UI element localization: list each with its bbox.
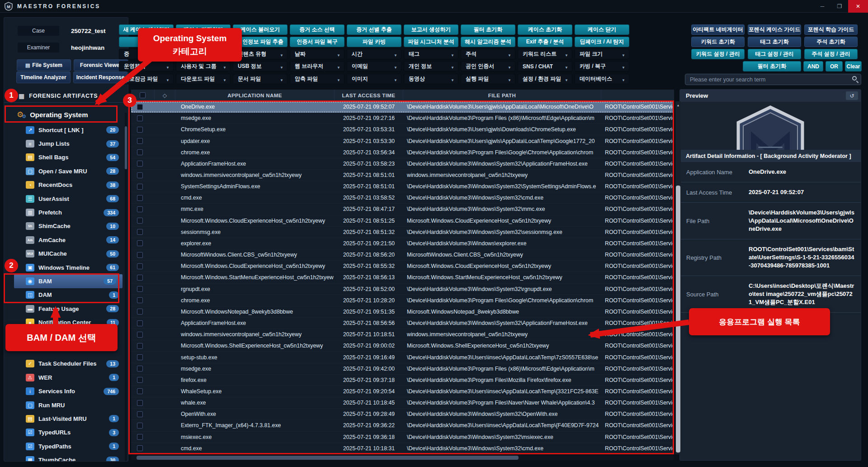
table-row[interactable]: OneDrive.exe 2025-07-21 09:52:07 \Device…	[131, 101, 674, 113]
guide-button[interactable]: 포렌식 케이스 가이드	[748, 24, 801, 35]
table-row[interactable]: msedge.exe 2025-07-21 09:27:16 \Device\H…	[131, 113, 674, 124]
sidebar-artifact-item[interactable]: Am AmCache 14	[4, 233, 125, 247]
table-row[interactable]: Microsoft.Windows.CloudExperienceHost_cw…	[131, 215, 674, 227]
table-row[interactable]: windows.immersivecontrolpanel_cw5n1h2txy…	[131, 170, 674, 181]
table-row[interactable]: chrome.exe 2025-07-21 10:28:20 \Device\H…	[131, 295, 674, 306]
filter-dropdown[interactable]: 사용자 및 그룹	[176, 61, 231, 71]
filter-dropdown[interactable]: 실행 파일	[461, 74, 515, 84]
filter-dropdown[interactable]: 공인 인증서	[461, 61, 515, 71]
sidebar-artifact-item[interactable]: ◫ DAM 1	[4, 288, 125, 302]
case-action-button[interactable]: 케이스 저장하기	[176, 24, 231, 35]
table-row[interactable]: chrome.exe 2025-07-21 03:56:34 \Device\H…	[131, 147, 674, 158]
table-row[interactable]: updater.exe 2025-07-21 03:53:30 \Device\…	[131, 135, 674, 147]
sidebar-artifact-item[interactable]: ☑ TypedURLs 3	[4, 426, 125, 439]
and-button[interactable]: AND	[803, 61, 823, 71]
table-row[interactable]: cmd.exe 2025-07-21 03:58:52 \Device\Hard…	[131, 192, 674, 204]
manage-button[interactable]: 태그 설정 / 관리	[748, 49, 801, 59]
row-checkbox[interactable]	[137, 206, 143, 212]
table-row[interactable]: mmc.exe 2025-07-21 08:47:17 \Device\Hard…	[131, 204, 674, 215]
table-row[interactable]: windows.immersivecontrolpanel_cw5n1h2txy…	[131, 329, 674, 340]
sidebar-artifact-item[interactable]: ● Notification Center 11	[4, 315, 125, 329]
table-row[interactable]: cmd.exe 2025-07-21 10:18:31 \Device\Hard…	[131, 443, 674, 454]
row-checkbox[interactable]	[137, 229, 143, 235]
table-row[interactable]: ApplicationFrameHost.exe 2025-07-21 08:5…	[131, 318, 674, 329]
row-checkbox[interactable]	[137, 332, 143, 338]
filter-dropdown[interactable]: USB 정보	[233, 61, 288, 71]
sidebar-artifact-item[interactable]: ▣ Windows Timeline 61	[4, 261, 125, 274]
manage-button[interactable]: 주석 설정 / 관리	[804, 49, 858, 59]
module-nav-button[interactable]: ▤File System	[17, 59, 71, 71]
filter-dropdown[interactable]	[176, 49, 231, 59]
sidebar-artifact-item[interactable]: ▦ ThumbCache 30	[4, 453, 125, 462]
case-action-button[interactable]: 케이스 초기화	[518, 24, 572, 35]
row-checkbox[interactable]	[137, 286, 143, 292]
row-checkbox[interactable]	[137, 388, 143, 394]
analysis-action-button[interactable]: 파일 시그니처 분석	[404, 37, 458, 47]
analysis-action-button[interactable]: 해시 알고리즘 분석	[461, 37, 515, 47]
analysis-action-button[interactable]: 암	[119, 37, 174, 47]
row-checkbox[interactable]	[137, 115, 143, 121]
row-checkbox[interactable]	[137, 184, 143, 190]
sidebar-artifact-item[interactable]: ☰ UserAssist 68	[4, 192, 125, 205]
filter-dropdown[interactable]: 데이터베이스	[575, 74, 629, 84]
row-checkbox[interactable]	[137, 445, 143, 451]
table-row[interactable]: msiexec.exe 2025-07-21 09:36:18 \Device\…	[131, 432, 674, 443]
sidebar-artifact-item[interactable]: MUI MUICache 50	[4, 247, 125, 261]
filter-dropdown[interactable]: 개인 정보	[404, 61, 458, 71]
filter-dropdown[interactable]: 중	[119, 49, 174, 59]
sidebar-artifact-item[interactable]: ▢ Run MRU	[4, 398, 125, 412]
row-checkbox[interactable]	[137, 377, 143, 383]
row-checkbox[interactable]	[137, 343, 143, 349]
row-checkbox[interactable]	[137, 172, 143, 178]
filter-dropdown[interactable]: 파일 크기	[575, 49, 629, 59]
analysis-action-button[interactable]: 인증서 파일 복구	[290, 37, 344, 47]
analysis-action-button[interactable]: 개인정보 파일 추출	[233, 37, 288, 47]
timeline-analyzer-button[interactable]: Timeline Analyzer	[16, 71, 71, 83]
filter-dropdown[interactable]: 컨텐츠 유형	[233, 49, 288, 59]
row-checkbox[interactable]	[137, 423, 143, 429]
case-action-button[interactable]: 새 케이스 생성하기	[119, 24, 174, 35]
table-row[interactable]: Microsoft.Windows.CloudExperienceHost_cw…	[131, 261, 674, 272]
row-checkbox[interactable]	[137, 309, 143, 315]
reset-button[interactable]: 태그 초기화	[748, 37, 801, 47]
reset-button[interactable]: 키워드 초기화	[691, 37, 745, 47]
header-registry-path[interactable]	[601, 90, 674, 101]
table-row[interactable]: msedge.exe 2025-07-21 09:42:00 \Device\H…	[131, 363, 674, 375]
sidebar-artifact-item[interactable]: Sh ShimCache 10	[4, 219, 125, 233]
row-checkbox[interactable]	[137, 252, 143, 258]
table-row[interactable]: Microsoft.WindowsNotepad_8wekyb3d8bbwe 2…	[131, 306, 674, 318]
sidebar-artifact-item[interactable]: ▬ Feature Usage 28	[4, 302, 125, 315]
row-checkbox[interactable]	[137, 434, 143, 440]
table-row[interactable]: firefox.exe 2025-07-21 09:37:18 \Device\…	[131, 375, 674, 386]
sidebar-artifact-item[interactable]: ▢ Open / Save MRU 28	[4, 164, 125, 178]
analysis-action-button[interactable]	[176, 37, 231, 47]
reset-button[interactable]: 주석 초기화	[804, 37, 858, 47]
sidebar-scrollbar[interactable]	[125, 113, 127, 462]
row-checkbox[interactable]	[137, 400, 143, 406]
filter-dropdown[interactable]: 태그	[404, 49, 458, 59]
select-all-checkbox[interactable]	[140, 92, 146, 98]
filter-dropdown[interactable]: SNS / CHAT	[518, 61, 572, 71]
or-button[interactable]: OR	[826, 61, 843, 71]
table-row[interactable]: ApplicationFrameHost.exe 2025-07-21 03:5…	[131, 158, 674, 170]
search-input[interactable]	[685, 74, 861, 85]
case-action-button[interactable]: 증거 선별 추출	[347, 24, 401, 35]
table-row[interactable]: SystemSettingsAdminFlows.exe 2025-07-21 …	[131, 181, 674, 192]
row-checkbox[interactable]	[137, 161, 143, 167]
filter-dropdown[interactable]: 시간	[347, 49, 401, 59]
filter-dropdown[interactable]: 이미지	[347, 74, 401, 84]
table-vertical-scroll-thumb[interactable]	[676, 186, 680, 453]
sidebar-artifact-item[interactable]: ▤ Shell Bags 54	[4, 151, 125, 164]
table-horizontal-scroll-thumb[interactable]	[137, 456, 519, 460]
header-last-access-time[interactable]: LAST ACCESS TIME	[335, 90, 403, 101]
table-row[interactable]: WhaleSetup.exe 2025-07-21 09:20:54 \Devi…	[131, 386, 674, 397]
filter-dropdown[interactable]: 웹 브라우저	[290, 61, 344, 71]
filter-dropdown[interactable]: 주석	[461, 49, 515, 59]
sidebar-artifact-item[interactable]: ✓ Task Scheduler Files 13	[4, 357, 125, 371]
row-checkbox[interactable]	[137, 320, 143, 326]
close-button[interactable]: ✕	[848, 0, 868, 13]
sidebar-artifact-item[interactable]: ⚠ WER 1	[4, 371, 125, 384]
minimize-button[interactable]: ─	[814, 0, 831, 13]
row-checkbox[interactable]	[137, 149, 143, 155]
incident-response-button[interactable]: Incident Response	[73, 71, 127, 83]
